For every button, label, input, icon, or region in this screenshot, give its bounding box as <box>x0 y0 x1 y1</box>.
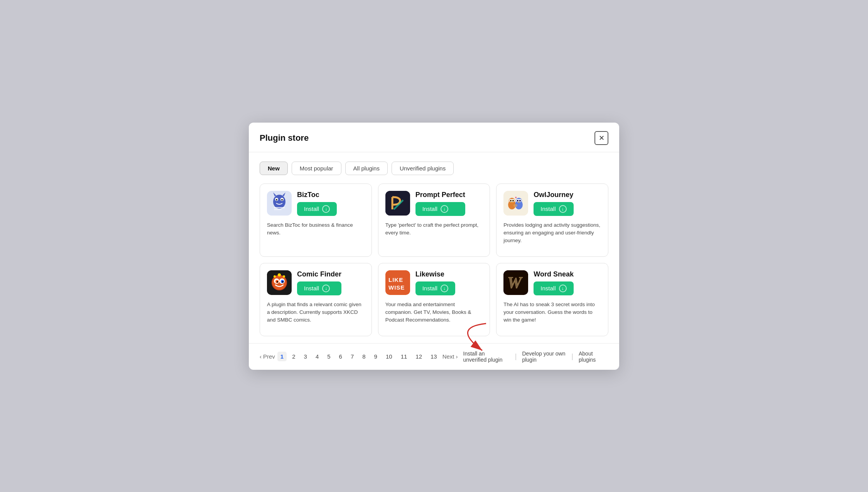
biztoc-svg <box>267 191 292 216</box>
plugin-info-biztoc: BizToc Install ↓ <box>297 191 337 216</box>
plugin-info-wordsneak: Word Sneak Install ↓ <box>534 270 574 295</box>
plugin-card-wordsneak: W W Word Sneak Install ↓ The AI has to s… <box>496 263 608 336</box>
svg-point-1 <box>273 195 285 209</box>
svg-point-24 <box>519 200 521 201</box>
svg-point-4 <box>276 199 277 201</box>
install-button-owljourney[interactable]: Install ↓ <box>534 202 573 216</box>
install-button-biztoc[interactable]: Install ↓ <box>297 202 337 216</box>
close-button[interactable]: ✕ <box>594 131 608 145</box>
plugin-card-top: W W Word Sneak Install ↓ <box>503 270 601 295</box>
install-icon-likewise: ↓ <box>441 285 448 292</box>
develop-plugin-link[interactable]: Develop your own plugin <box>517 350 571 363</box>
plugin-card-top: Prompt Perfect Install ↓ <box>385 191 483 216</box>
svg-point-35 <box>277 281 278 283</box>
svg-text:W: W <box>507 274 523 291</box>
svg-point-38 <box>274 275 276 278</box>
footer-links: Install an unverified plugin | Develop y… <box>458 350 608 363</box>
dialog-body: New Most popular All plugins Unverified … <box>249 152 619 336</box>
plugin-name-owljourney: OwlJourney <box>534 191 573 199</box>
plugin-icon-comicfinder <box>267 270 292 295</box>
install-icon-promptperfect: ↓ <box>441 205 448 213</box>
wordsneak-svg: W W <box>503 270 528 295</box>
install-icon-owljourney: ↓ <box>559 205 567 213</box>
plugin-desc-comicfinder: A plugin that finds a relevant comic giv… <box>267 301 365 329</box>
page-button-6[interactable]: 6 <box>336 352 345 361</box>
promptperfect-svg <box>385 191 410 216</box>
svg-point-5 <box>281 199 283 201</box>
plugin-icon-biztoc <box>267 191 292 216</box>
page-button-7[interactable]: 7 <box>348 352 357 361</box>
about-plugins-link[interactable]: About plugins <box>573 350 608 363</box>
dialog-title: Plugin store <box>260 133 309 143</box>
dialog-header: Plugin store ✕ <box>249 123 619 152</box>
plugin-info-comicfinder: Comic Finder Install ↓ <box>297 270 341 295</box>
page-button-8[interactable]: 8 <box>359 352 368 361</box>
page-button-11[interactable]: 11 <box>398 352 410 361</box>
plugin-name-wordsneak: Word Sneak <box>534 270 574 278</box>
plugin-card-top: ♥ OwlJourney Install ↓ <box>503 191 601 216</box>
comicfinder-svg <box>267 270 292 295</box>
likewise-svg: LIKE WISE <box>385 270 410 295</box>
plugin-card-top: LIKE WISE Likewise Install ↓ <box>385 270 483 295</box>
install-icon-wordsneak: ↓ <box>559 285 567 292</box>
tab-most-popular[interactable]: Most popular <box>292 162 341 175</box>
plugin-card-biztoc: BizToc Install ↓ Search BizToc for busin… <box>260 184 372 257</box>
close-icon: ✕ <box>599 134 605 142</box>
page-button-12[interactable]: 12 <box>412 352 425 361</box>
plugin-info-owljourney: OwlJourney Install ↓ <box>534 191 573 216</box>
tab-new[interactable]: New <box>260 162 288 175</box>
plugin-card-top: Comic Finder Install ↓ <box>267 270 365 295</box>
plugin-card-comicfinder: Comic Finder Install ↓ A plugin that fin… <box>260 263 372 336</box>
prev-chevron-icon: ‹ <box>260 353 262 360</box>
page-button-13[interactable]: 13 <box>427 352 440 361</box>
install-button-promptperfect[interactable]: Install ↓ <box>415 202 465 216</box>
plugin-icon-wordsneak: W W <box>503 270 528 295</box>
plugin-desc-owljourney: Provides lodging and activity suggestion… <box>503 221 601 249</box>
page-button-2[interactable]: 2 <box>289 352 298 361</box>
svg-text:WISE: WISE <box>388 284 405 291</box>
plugin-store-dialog: Plugin store ✕ New Most popular All plug… <box>249 123 619 370</box>
plugin-desc-wordsneak: The AI has to sneak 3 secret words into … <box>503 301 601 329</box>
svg-point-16 <box>510 200 512 201</box>
next-button[interactable]: Next › <box>442 353 458 360</box>
plugin-info-promptperfect: Prompt Perfect Install ↓ <box>415 191 465 216</box>
page-button-5[interactable]: 5 <box>324 352 333 361</box>
plugin-desc-biztoc: Search BizToc for business & finance new… <box>267 221 365 249</box>
install-button-wordsneak[interactable]: Install ↓ <box>534 281 574 295</box>
svg-point-23 <box>517 200 518 201</box>
svg-point-37 <box>278 273 281 276</box>
page-button-4[interactable]: 4 <box>312 352 322 361</box>
page-button-1[interactable]: 1 <box>277 352 287 361</box>
svg-point-17 <box>512 200 514 201</box>
page-button-9[interactable]: 9 <box>371 352 380 361</box>
plugin-name-promptperfect: Prompt Perfect <box>415 191 465 199</box>
install-button-comicfinder[interactable]: Install ↓ <box>297 281 341 295</box>
plugins-grid: BizToc Install ↓ Search BizToc for busin… <box>260 184 608 336</box>
install-button-likewise[interactable]: Install ↓ <box>415 281 455 295</box>
dialog-footer: ‹ Prev 1 2 3 4 5 6 7 8 9 10 11 12 13 Nex… <box>249 343 619 370</box>
plugin-desc-promptperfect: Type 'perfect' to craft the perfect prom… <box>385 221 483 249</box>
plugin-name-likewise: Likewise <box>415 270 455 278</box>
plugin-icon-likewise: LIKE WISE <box>385 270 410 295</box>
plugin-icon-promptperfect <box>385 191 410 216</box>
tab-unverified-plugins[interactable]: Unverified plugins <box>392 162 454 175</box>
plugin-card-promptperfect: Prompt Perfect Install ↓ Type 'perfect' … <box>378 184 490 257</box>
install-unverified-link[interactable]: Install an unverified plugin <box>458 350 515 363</box>
svg-rect-8 <box>274 207 285 208</box>
svg-text:♥: ♥ <box>515 196 517 199</box>
tab-all-plugins[interactable]: All plugins <box>345 162 388 175</box>
plugin-name-comicfinder: Comic Finder <box>297 270 341 278</box>
svg-point-27 <box>513 204 517 207</box>
prev-button[interactable]: ‹ Prev <box>260 353 275 360</box>
tabs-bar: New Most popular All plugins Unverified … <box>260 162 608 175</box>
plugin-card-likewise: LIKE WISE Likewise Install ↓ Your media … <box>378 263 490 336</box>
page-button-10[interactable]: 10 <box>383 352 395 361</box>
svg-point-36 <box>282 281 284 283</box>
svg-point-39 <box>283 275 285 278</box>
plugin-card-owljourney: ♥ OwlJourney Install ↓ Provides lodging … <box>496 184 608 257</box>
plugin-desc-likewise: Your media and entertainment companion. … <box>385 301 483 329</box>
owljourney-svg: ♥ <box>503 191 528 216</box>
plugin-icon-owljourney: ♥ <box>503 191 528 216</box>
page-button-3[interactable]: 3 <box>301 352 310 361</box>
install-icon-biztoc: ↓ <box>322 205 330 213</box>
